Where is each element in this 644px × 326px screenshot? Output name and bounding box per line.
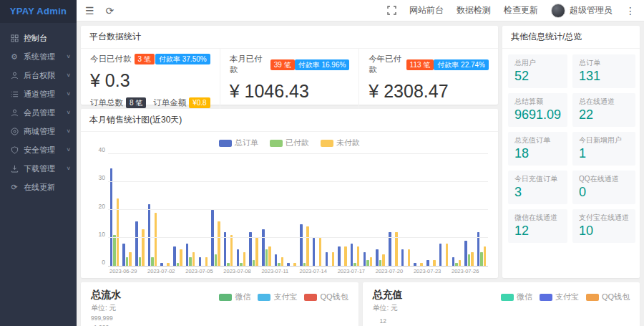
- dashboard-icon: [9, 34, 19, 42]
- info-stat-label: 今日新增用户: [579, 135, 629, 145]
- legend-item[interactable]: 总订单: [219, 138, 258, 148]
- bar-group: [273, 154, 286, 266]
- total-recharge-plot: 12 10.3: [373, 315, 630, 326]
- info-stat-value: 0: [579, 185, 629, 200]
- bar: [306, 226, 309, 266]
- bar: [211, 210, 214, 266]
- info-stat-value: 1: [579, 146, 629, 161]
- stat-amount: ¥ 0.3: [90, 70, 210, 91]
- x-tick-label: 2023-07-23: [414, 266, 441, 274]
- bar: [364, 252, 366, 267]
- platform-stats-title: 平台数据统计: [81, 26, 498, 49]
- y-axis: 010203040: [91, 154, 108, 267]
- legend-item[interactable]: QQ钱包: [586, 292, 630, 302]
- user-icon: [9, 71, 19, 80]
- bar: [167, 263, 170, 266]
- legend-swatch: [304, 294, 317, 301]
- bar: [160, 263, 163, 266]
- legend-item[interactable]: 未付款: [321, 138, 360, 148]
- info-stat-value: 18: [514, 146, 561, 161]
- y-tick-label: 40: [99, 146, 105, 153]
- bar-group: [172, 154, 185, 266]
- info-stat-label: 总结算额: [514, 97, 561, 107]
- stat-label: 今日已付款: [90, 54, 132, 64]
- info-stat-value: 9691.09: [514, 107, 561, 123]
- x-tick-label: 2023-07-14: [300, 266, 327, 274]
- bar: [110, 168, 113, 267]
- nav-link-data-check[interactable]: 数据检测: [457, 4, 491, 16]
- bar: [480, 252, 483, 267]
- bar: [370, 257, 373, 266]
- chevron-down-icon: ∨: [66, 147, 71, 153]
- username: 超级管理员: [570, 4, 613, 16]
- legend-swatch: [219, 294, 232, 301]
- total-flow-plot: 999,999 1,000 916.81: [91, 315, 348, 326]
- bar: [366, 260, 369, 266]
- sidebar-item-0[interactable]: 控制台: [0, 29, 77, 47]
- sum-badge: ¥0.8: [189, 97, 210, 108]
- legend-item[interactable]: 已付款: [270, 138, 309, 148]
- bar: [344, 246, 347, 266]
- hamburger-menu-icon[interactable]: ☰: [85, 6, 94, 16]
- sales-chart-title: 本月销售统计图(近30天): [81, 109, 498, 132]
- shield-icon: [9, 145, 19, 154]
- app-root: YPAY Admin 控制台⚙系统管理∨后台权限∨通道管理∨会员管理∨商城管理∨…: [0, 0, 644, 326]
- legend-item[interactable]: 支付宝: [540, 292, 579, 302]
- stat-label: 本月已付款: [230, 54, 268, 75]
- bar-group: [348, 154, 361, 266]
- bar: [275, 254, 278, 266]
- x-tick-label: 2023-07-17: [338, 266, 365, 274]
- info-stat-value: 12: [514, 224, 561, 239]
- bar-group: [399, 154, 412, 266]
- legend-swatch: [586, 294, 599, 301]
- sum-label: 订单金额: [153, 97, 186, 108]
- bar-group: 2023-07-26: [450, 154, 463, 266]
- bar: [240, 263, 243, 266]
- y-tick-label: 20: [99, 203, 105, 210]
- sidebar-item-2[interactable]: 后台权限∨: [0, 66, 77, 85]
- sidebar-item-label: 通道管理: [24, 89, 66, 100]
- count-badge: 113 笔: [406, 59, 434, 70]
- sales-chart-panel: 本月销售统计图(近30天) 总订单已付款未付款 010203040 2023-0…: [81, 109, 498, 278]
- bar: [268, 246, 271, 266]
- info-stat-box-2: 总结算额9691.09: [508, 93, 567, 127]
- bar: [382, 254, 385, 266]
- gridline: [108, 181, 488, 182]
- bar-group: 2023-06-29: [108, 154, 121, 266]
- sidebar-item-3[interactable]: 通道管理∨: [0, 85, 77, 103]
- bar: [155, 213, 157, 266]
- sidebar-item-4[interactable]: 会员管理∨: [0, 103, 77, 122]
- refresh-icon[interactable]: ⟳: [106, 6, 114, 16]
- more-options-icon[interactable]: ⋮: [625, 5, 635, 16]
- sidebar-item-7[interactable]: 下载管理∨: [0, 159, 77, 178]
- nav-link-check-update[interactable]: 检查更新: [504, 4, 538, 16]
- legend-item[interactable]: 微信: [219, 292, 250, 302]
- chart-legend: 总订单已付款未付款: [91, 135, 488, 154]
- bar-plot: 2023-06-292023-07-022023-07-052023-07-08…: [108, 154, 488, 267]
- bar: [177, 263, 180, 266]
- list-icon: [9, 90, 19, 98]
- sidebar-item-6[interactable]: 安全管理∨: [0, 140, 77, 159]
- bar: [464, 241, 467, 266]
- bar: [351, 244, 353, 266]
- sidebar-item-8[interactable]: ⟳在线更新: [0, 178, 77, 196]
- rate-badge: 付款率 37.50%: [155, 54, 210, 64]
- sidebar-item-1[interactable]: ⚙系统管理∨: [0, 47, 77, 66]
- bar: [126, 257, 129, 266]
- fullscreen-icon[interactable]: [387, 6, 396, 15]
- bar: [459, 260, 462, 266]
- user-menu[interactable]: 超级管理员: [551, 4, 613, 18]
- legend-item[interactable]: 支付宝: [258, 292, 297, 302]
- sidebar-item-5[interactable]: 商城管理∨: [0, 122, 77, 140]
- legend-label: 微信: [517, 292, 532, 302]
- info-stat-box-9: 支付宝在线通道10: [572, 209, 635, 243]
- legend-item[interactable]: 微信: [501, 292, 532, 302]
- bar: [186, 244, 189, 266]
- legend-item[interactable]: QQ钱包: [304, 292, 348, 302]
- x-tick-label: 2023-07-02: [147, 266, 175, 274]
- bar-group: 2023-07-08: [222, 154, 235, 266]
- update-icon: ⟳: [9, 183, 19, 191]
- chevron-down-icon: ∨: [66, 91, 71, 97]
- info-stat-label: 今日充值订单: [514, 174, 561, 184]
- nav-link-site-front[interactable]: 网站前台: [409, 4, 444, 16]
